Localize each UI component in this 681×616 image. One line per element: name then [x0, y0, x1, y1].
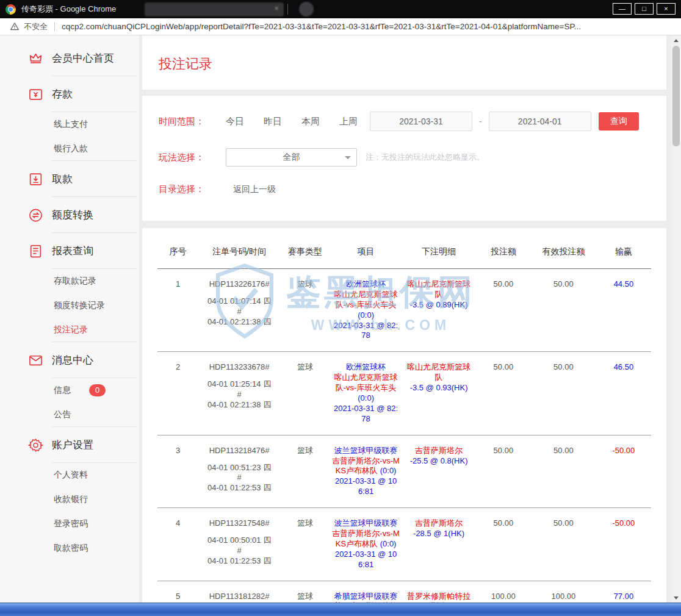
sidebar-item-login-password[interactable]: 登录密码 [0, 512, 139, 536]
date-to-input[interactable] [489, 112, 591, 131]
filter-card: 时间范围： 今日昨日本周上周 - 查询 玩法选择： 全部 注：无投注的玩法此处忽… [142, 96, 666, 221]
report-icon [28, 243, 43, 259]
column-header: 投注额 [476, 237, 531, 269]
sidebar-item-member-home[interactable]: 会员中心首页 [0, 40, 139, 76]
play-type-note: 注：无投注的玩法此处忽略显示。 [366, 152, 485, 163]
cell-bet-detail: 普罗米修斯帕特拉斯队-5.5 @ 0.77(HK) [402, 581, 476, 603]
redacted-avatar [299, 2, 314, 16]
cell-valid-amount: 50.00 [531, 435, 596, 507]
cell-order-number-time: HDP113218476#04-01 00:51:23 四#04-01 01:2… [198, 435, 280, 507]
security-label: 不安全 [24, 21, 48, 32]
cell-sport-type: 篮球 [280, 352, 330, 435]
sidebar-item-label: 银行入款 [54, 143, 88, 154]
sidebar-item-deposit-withdraw-records[interactable]: 存取款记录 [0, 269, 139, 293]
not-secure-warning-icon [10, 22, 20, 31]
sidebar-item-bank-deposit[interactable]: 银行入款 [0, 137, 139, 161]
quick-range-last-week[interactable]: 上周 [339, 116, 358, 127]
sidebar-item-online-payment[interactable]: 线上支付 [0, 112, 139, 137]
transfer-icon [28, 207, 43, 223]
sidebar-item-label: 报表查询 [52, 244, 93, 258]
sidebar-item-report-query[interactable]: 报表查询 [0, 233, 139, 269]
sidebar-item-label: 存款 [52, 87, 73, 101]
withdraw-icon [28, 171, 43, 187]
redacted-tab [145, 2, 284, 16]
sidebar-item-bet-records[interactable]: 投注记录 [0, 318, 139, 342]
cell-event: 希腊篮球甲级联赛普罗米修斯帕特拉斯队-vs-阿里斯 [330, 581, 402, 603]
scroll-up-arrow-icon[interactable] [671, 35, 681, 45]
close-button[interactable]: × [657, 3, 676, 15]
minimize-button[interactable]: — [613, 3, 632, 15]
cell-bet-amount: 50.00 [476, 508, 531, 581]
cell-sport-type: 篮球 [280, 435, 330, 507]
windows-taskbar[interactable] [0, 603, 681, 616]
address-divider [54, 22, 55, 31]
play-type-select[interactable]: 全部 [226, 148, 357, 167]
table-row: 5HDP113181282#03-31 23:34:41 四篮球希腊篮球甲级联赛… [157, 581, 651, 603]
sidebar-item-withdraw-password[interactable]: 取款密码 [0, 536, 139, 560]
scrollbar-thumb[interactable] [672, 46, 680, 146]
cell-index: 1 [157, 269, 198, 352]
sidebar-item-label: 会员中心首页 [52, 51, 114, 65]
quick-range-yesterday[interactable]: 昨日 [264, 116, 282, 127]
time-range-row: 时间范围： 今日昨日本周上周 - 查询 [159, 112, 666, 131]
cell-bet-amount: 100.00 [476, 581, 531, 603]
table-row: 4HDP113217548#04-01 00:50:01 四#04-01 01:… [157, 508, 651, 581]
quick-range-this-week[interactable]: 本周 [301, 116, 320, 127]
sidebar-item-label: 登录密码 [54, 518, 88, 529]
cell-bet-amount: 50.00 [476, 352, 531, 435]
chevron-down-icon [345, 156, 351, 159]
date-range-separator: - [479, 116, 482, 126]
sidebar-item-label: 账户设置 [52, 438, 93, 452]
sidebar-item-receiving-bank[interactable]: 收款银行 [0, 487, 139, 512]
scroll-down-arrow-icon[interactable] [671, 593, 681, 603]
sidebar-item-account-settings[interactable]: 账户设置 [0, 427, 139, 463]
column-header: 有效投注额 [531, 237, 596, 269]
cell-bet-detail: 喀山尤尼克斯篮球队-3.5 @ 0.89(HK) [402, 269, 476, 352]
maximize-button[interactable]: □ [635, 3, 654, 15]
sidebar-item-withdraw[interactable]: 取款 [0, 161, 139, 197]
cell-valid-amount: 50.00 [531, 269, 596, 352]
cell-valid-amount: 50.00 [531, 508, 596, 581]
column-header: 输赢 [596, 237, 651, 269]
cell-valid-amount: 50.00 [531, 352, 596, 435]
chrome-logo-icon [5, 4, 16, 15]
sidebar-item-quota-transfer[interactable]: 额度转换 [0, 197, 139, 233]
date-from-input[interactable] [370, 112, 472, 131]
sidebar-item-label: 投注记录 [54, 324, 88, 335]
quick-range-today[interactable]: 今日 [226, 116, 244, 127]
bet-table: 序号注单号码/时间赛事类型项目下注明细投注额有效投注额输赢1HDP1132261… [157, 237, 651, 603]
page-title: 投注记录 [159, 55, 666, 73]
sidebar-item-messages[interactable]: 信息0 [0, 378, 139, 403]
cell-bet-detail: 喀山尤尼克斯篮球队-3.5 @ 0.93(HK) [402, 352, 476, 435]
search-button[interactable]: 查询 [599, 112, 639, 131]
sidebar-item-message-center[interactable]: 消息中心 [0, 342, 139, 378]
directory-row: 目录选择： 返回上一级 [159, 184, 666, 195]
vertical-scrollbar[interactable] [671, 35, 681, 603]
sidebar-item-quota-transfer-records[interactable]: 额度转换记录 [0, 293, 139, 318]
sidebar-item-label: 取款密码 [54, 543, 88, 554]
crown-icon [28, 51, 43, 66]
settings-icon [28, 437, 43, 453]
sidebar-item-deposit[interactable]: 存款 [0, 76, 139, 112]
url-text[interactable]: cqcp2.com/chuanQiCPLoginWeb/app/reportDe… [62, 22, 581, 31]
play-type-selected-value: 全部 [283, 152, 300, 163]
sidebar-item-label: 公告 [54, 409, 71, 420]
sidebar-item-profile[interactable]: 个人资料 [0, 463, 139, 487]
cell-index: 5 [157, 581, 198, 603]
column-header: 赛事类型 [280, 237, 330, 269]
sidebar-item-label: 收款银行 [54, 494, 88, 505]
sidebar-item-announcements[interactable]: 公告 [0, 403, 139, 427]
cell-bet-detail: 吉普萨斯塔尔-25.5 @ 0.8(HK) [402, 435, 476, 507]
cell-index: 4 [157, 508, 198, 581]
back-up-level-link[interactable]: 返回上一级 [233, 184, 276, 195]
cell-win-loss: 44.50 [596, 269, 651, 352]
cell-index: 3 [157, 435, 198, 507]
tab-separator [287, 4, 288, 15]
sidebar-item-label: 存取款记录 [54, 276, 96, 287]
cell-index: 2 [157, 352, 198, 435]
address-bar[interactable]: 不安全 cqcp2.com/chuanQiCPLoginWeb/app/repo… [0, 18, 681, 35]
cell-bet-amount: 50.00 [476, 435, 531, 507]
cell-bet-amount: 50.00 [476, 269, 531, 352]
cell-win-loss: -50.00 [596, 508, 651, 581]
cell-win-loss: -50.00 [596, 435, 651, 507]
